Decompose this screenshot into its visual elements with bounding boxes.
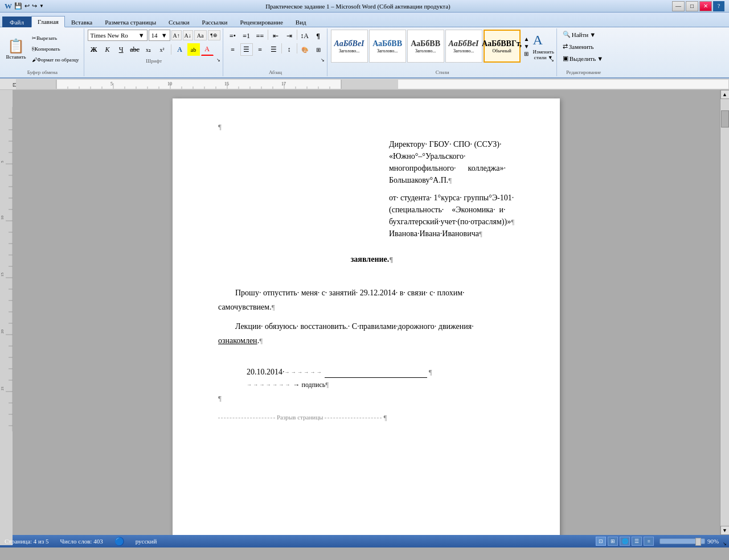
zoom-slider[interactable] [660, 538, 705, 544]
change-styles-icon[interactable]: A [533, 32, 554, 48]
addressee-line2: «Южно°–°Уральского· [389, 150, 526, 162]
zoom-level: 90% [707, 538, 724, 545]
dropdown-icon[interactable]: ▼ [39, 3, 44, 9]
styles-scroll-down[interactable]: ▼ [524, 43, 530, 50]
clipboard-expand-icon[interactable]: ↘ [723, 541, 727, 546]
bullets-button[interactable]: ≡• [227, 30, 239, 42]
font-size-decrease-button[interactable]: A↓ [183, 30, 193, 40]
select-button[interactable]: ▣ Выделить ▼ [560, 53, 605, 63]
font-size-box[interactable]: 14 ▼ [149, 30, 170, 41]
font-name-dropdown[interactable]: ▼ [138, 32, 145, 39]
highlight-button[interactable]: ab [187, 43, 200, 56]
superscript-button[interactable]: x² [156, 43, 169, 56]
align-left-button[interactable]: ≡ [227, 43, 239, 56]
body-paragraph1[interactable]: Прошу· отпустить· меня· с· занятий· 29.1… [218, 287, 526, 299]
justify-button[interactable]: ☰ [268, 43, 280, 56]
close-button[interactable]: ✕ [699, 1, 712, 11]
subscript-button[interactable]: x₂ [142, 43, 155, 56]
show-marks-button[interactable]: ¶ [312, 30, 325, 42]
font-name-box[interactable]: Times New Ro ▼ [88, 30, 148, 41]
select-dropdown[interactable]: ▼ [597, 55, 603, 62]
help-button[interactable]: ? [713, 1, 724, 11]
clear-format-button[interactable]: Aa [194, 30, 207, 40]
body-spacer [218, 276, 526, 287]
paragraph-expand-icon[interactable]: ↘ [321, 57, 325, 63]
tab-insert[interactable]: Вставка [65, 17, 99, 27]
copy-button[interactable]: ⎘ Копировать [30, 44, 81, 54]
decrease-indent-button[interactable]: ⇤ [269, 30, 282, 42]
increase-indent-button[interactable]: ⇥ [283, 30, 296, 42]
tab-view[interactable]: Вид [289, 17, 313, 27]
paste-button[interactable]: 📋 Вставить [3, 32, 28, 65]
document-area[interactable]: ¶ Директору· ГБОУ· СПО· (ССУЗ)· «Южно°–°… [13, 90, 720, 535]
body-paragraph1-cont[interactable]: самочувствием.¶ [218, 302, 526, 313]
tab-file[interactable]: Файл [2, 17, 31, 27]
web-layout-button[interactable]: 🌐 [620, 537, 630, 546]
quick-save-icon[interactable]: 💾 [14, 2, 22, 10]
styles-more[interactable]: ⊞ [524, 51, 530, 57]
styles-expand-icon[interactable]: ↘ [550, 57, 554, 63]
font-expand-icon[interactable]: ↘ [216, 57, 220, 63]
scroll-up-button[interactable]: ▲ [720, 90, 730, 99]
vertical-scrollbar[interactable]: ▲ ▼ [720, 90, 729, 535]
draft-button[interactable]: ≡ [644, 537, 654, 546]
find-dropdown[interactable]: ▼ [589, 31, 596, 38]
print-layout-button[interactable]: ⊡ [596, 537, 606, 546]
body-paragraph2[interactable]: Лекции· обязуюсь· восстановить.· С·прави… [218, 321, 526, 332]
style-heading3[interactable]: АаБбВВ Заголово... [407, 30, 444, 63]
style-normal[interactable]: АаБбВВГт, Обычный [484, 30, 521, 63]
change-styles-btn: A Изменитьстили ▼ [533, 32, 554, 60]
borders-button[interactable]: ⊞ [312, 43, 325, 56]
numbering-button[interactable]: ≡1 [240, 30, 253, 42]
minimize-button[interactable]: — [672, 1, 685, 11]
outline-button[interactable]: ☰ [632, 537, 642, 546]
document-page[interactable]: ¶ Директору· ГБОУ· СПО· (ССУЗ)· «Южно°–°… [173, 98, 560, 535]
body-paragraph2-cont[interactable]: ознакомлен.¶ [218, 335, 526, 347]
line-spacing-button[interactable]: ↕ [283, 43, 296, 56]
bold-button[interactable]: Ж [88, 43, 100, 56]
format-painter-icon: 🖌 [32, 57, 37, 63]
spell-check-icon[interactable]: 🔵 [114, 537, 124, 546]
sender-line3: бухгалтерский·учет·(по·отраслям))»¶ [389, 216, 526, 228]
tab-layout[interactable]: Разметка страницы [99, 17, 162, 27]
tab-mailings[interactable]: Рассылки [196, 17, 234, 27]
scroll-track[interactable] [720, 99, 729, 526]
italic-button[interactable]: К [101, 43, 114, 56]
style-heading4[interactable]: АаБбВеI Заголово... [445, 30, 482, 63]
font-color-button[interactable]: A [201, 43, 214, 56]
zoom-slider-thumb[interactable] [695, 538, 701, 546]
editing-group: 🔍 Найти ▼ ⇄ Заменить ▣ Выделить ▼ Редакт… [558, 28, 609, 76]
replace-button[interactable]: ⇄ Заменить [560, 42, 605, 51]
font-size-dropdown[interactable]: ▼ [161, 32, 167, 39]
cut-button[interactable]: ✂ Вырезать [30, 33, 81, 43]
underline-button[interactable]: Ч [115, 43, 128, 56]
tab-references[interactable]: Ссылки [162, 17, 195, 27]
multilevel-button[interactable]: ≡≡ [254, 30, 267, 42]
sort-button[interactable]: ↕A [298, 30, 311, 42]
font-extra-button[interactable]: ¶⊕ [208, 30, 220, 40]
redo-icon[interactable]: ↪ [32, 2, 37, 10]
find-button[interactable]: 🔍 Найти ▼ [560, 30, 605, 39]
align-right-button[interactable]: ≡ [254, 43, 267, 56]
shading-button[interactable]: 🎨 [298, 43, 311, 56]
font-size-increase-button[interactable]: A↑ [171, 30, 182, 40]
svg-rect-0 [17, 80, 56, 89]
style-heading1[interactable]: АаБбВеI Заголово... [331, 30, 368, 63]
scroll-thumb[interactable] [721, 110, 729, 127]
scroll-down-button[interactable]: ▼ [720, 526, 730, 535]
style-heading2[interactable]: АаБбВВ Заголово... [369, 30, 406, 63]
addressee-block[interactable]: Директору· ГБОУ· СПО· (ССУЗ)· «Южно°–°Ур… [389, 138, 526, 240]
tab-review[interactable]: Рецензирование [234, 17, 289, 27]
text-effects-button[interactable]: A [174, 43, 186, 56]
svg-rect-33 [0, 431, 13, 545]
page-break-area: Разрыв страницы ¶ [218, 413, 526, 423]
para-controls: ≡• ≡1 ≡≡ ⇤ ⇥ ↕A ¶ ≡ ☰ ≡ ☰ ↕ 🎨 ⊞ [227, 30, 325, 56]
align-center-button[interactable]: ☰ [240, 43, 253, 56]
strikethrough-button[interactable]: abc [129, 43, 141, 56]
tab-home[interactable]: Главная [31, 16, 65, 27]
undo-icon[interactable]: ↩ [24, 2, 30, 10]
styles-scroll-up[interactable]: ▲ [524, 36, 530, 42]
format-painter-button[interactable]: 🖌 Формат по образцу [30, 55, 81, 65]
fullscreen-button[interactable]: ⊞ [608, 537, 618, 546]
maximize-button[interactable]: □ [686, 1, 698, 11]
